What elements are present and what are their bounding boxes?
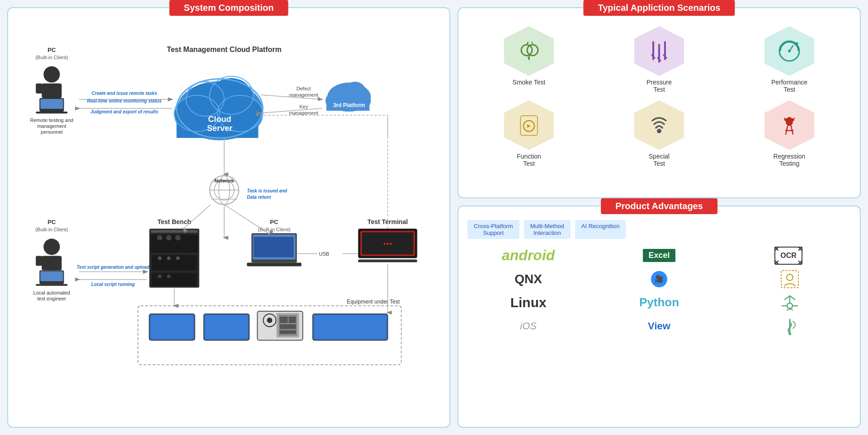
svg-text:Test script generation and upl: Test script generation and upload: [77, 265, 150, 270]
scenarios-panel: Typical Appliction Scenarios Smoke Test: [458, 7, 861, 198]
svg-text:Defect: Defect: [297, 86, 311, 91]
svg-text:Key: Key: [299, 104, 308, 109]
svg-rect-88: [254, 237, 293, 257]
svg-text:OCR: OCR: [781, 252, 797, 259]
svg-text:personnel: personnel: [41, 129, 62, 135]
scenarios-grid: Smoke Test PressureT: [467, 26, 851, 167]
svg-point-78: [167, 256, 170, 260]
pressure-test-label: PressureTest: [646, 79, 672, 93]
svg-text:management: management: [289, 110, 318, 116]
svg-point-55: [43, 239, 60, 255]
logo-wave: [729, 317, 851, 336]
svg-text:Local automated: Local automated: [33, 290, 71, 295]
svg-rect-70: [151, 230, 198, 233]
function-test-hex: [504, 100, 554, 150]
svg-rect-57: [36, 256, 42, 266]
svg-rect-61: [36, 284, 67, 286]
logo-excel: Excel: [598, 249, 720, 262]
svg-point-81: [167, 275, 170, 278]
svg-rect-98: [358, 260, 417, 262]
pc-remote-sublabel: (Built-in Client): [35, 55, 68, 60]
svg-point-140: [657, 129, 661, 133]
svg-text:management: management: [37, 123, 66, 129]
svg-rect-6: [36, 112, 67, 113]
scenario-smoke-test: Smoke Test: [467, 26, 590, 93]
svg-text:Equipment under Test: Equipment under Test: [347, 299, 400, 305]
svg-text:Local script running: Local script running: [91, 282, 135, 287]
svg-point-136: [788, 50, 791, 52]
logo-linux: Linux: [467, 295, 589, 310]
svg-text:Network: Network: [214, 178, 234, 183]
right-panel: Typical Appliction Scenarios Smoke Test: [458, 7, 861, 428]
svg-point-160: [787, 274, 793, 281]
svg-text:PC: PC: [270, 219, 278, 225]
pc-remote-label: PC: [47, 47, 56, 53]
advantages-title: Product Advantages: [601, 198, 717, 214]
svg-rect-56: [42, 256, 61, 270]
svg-text:Remote testing and: Remote testing and: [30, 117, 74, 123]
svg-point-79: [176, 256, 180, 260]
system-composition-title: System Composition: [170, 0, 288, 16]
scenario-regression-testing: RegressionTesting: [728, 100, 851, 167]
logo-grid: android Excel OCR: [467, 246, 851, 336]
system-composition-panel: System Composition PC (Built-in Client) …: [7, 7, 450, 428]
svg-rect-159: [781, 271, 798, 288]
smoke-test-label: Smoke Test: [513, 79, 546, 86]
svg-text:management: management: [289, 92, 318, 98]
performance-test-label: PerformanceTest: [771, 79, 807, 93]
svg-text:USB: USB: [319, 251, 330, 257]
scenario-special-test: SpecialTest: [598, 100, 721, 167]
scenario-pressure-test: PressureTest: [598, 26, 721, 93]
scenario-function-test: FunctionTest: [467, 100, 590, 167]
tag-ai-recognition: AI Recognition: [575, 220, 626, 239]
svg-text:Test Management Cloud Platform: Test Management Cloud Platform: [167, 45, 282, 53]
svg-rect-2: [36, 84, 42, 94]
advantages-panel: Product Advantages Cross-PlatformSupport…: [458, 206, 861, 428]
svg-point-77: [158, 256, 161, 260]
svg-text:PC: PC: [47, 219, 56, 225]
svg-rect-107: [205, 315, 248, 339]
svg-rect-115: [279, 324, 296, 329]
svg-text:Task is issued and: Task is issued and: [247, 188, 288, 193]
svg-text:Data return: Data return: [247, 195, 271, 200]
svg-line-148: [793, 118, 795, 120]
svg-line-92: [224, 205, 269, 234]
special-test-label: SpecialTest: [649, 153, 670, 167]
logo-zoom: 🎥: [598, 271, 720, 287]
svg-point-0: [43, 66, 60, 83]
scenario-performance-test: PerformanceTest: [728, 26, 851, 93]
svg-rect-3: [52, 84, 58, 94]
svg-rect-76: [151, 273, 197, 286]
tag-cross-platform: Cross-PlatformSupport: [467, 220, 519, 239]
svg-rect-113: [279, 317, 288, 323]
svg-line-147: [784, 118, 786, 120]
logo-ocr: OCR: [729, 246, 851, 265]
svg-text:Server: Server: [207, 124, 232, 133]
logo-android: android: [467, 247, 589, 264]
logo-qnx: QNX: [467, 272, 589, 286]
smoke-test-hex: [504, 26, 554, 76]
svg-text:3rd Platform: 3rd Platform: [333, 102, 365, 108]
tag-multi-method: Multi-MethodInteraction: [524, 220, 571, 239]
svg-text:test engineer: test engineer: [37, 296, 66, 301]
svg-rect-5: [40, 99, 63, 109]
pressure-test-hex: [634, 26, 684, 76]
svg-point-39: [344, 82, 366, 102]
regression-testing-hex: [764, 100, 814, 150]
svg-rect-87: [247, 263, 302, 267]
performance-test-hex: [764, 26, 814, 76]
svg-text:(Built-in Client): (Built-in Client): [35, 227, 68, 232]
special-test-hex: [634, 100, 684, 150]
svg-point-72: [157, 235, 162, 240]
svg-rect-105: [151, 315, 193, 339]
svg-point-73: [166, 235, 171, 240]
svg-point-161: [787, 303, 793, 309]
svg-rect-1: [42, 84, 61, 98]
svg-rect-58: [52, 256, 58, 266]
svg-point-74: [175, 235, 180, 240]
svg-rect-114: [289, 317, 296, 323]
svg-text:Create and issue remote tasks: Create and issue remote tasks: [92, 91, 157, 96]
svg-text:Real-time online monitoring st: Real-time online monitoring status: [87, 98, 162, 103]
advantage-tags: Cross-PlatformSupport Multi-MethodIntera…: [467, 220, 851, 239]
svg-line-82: [184, 205, 211, 229]
